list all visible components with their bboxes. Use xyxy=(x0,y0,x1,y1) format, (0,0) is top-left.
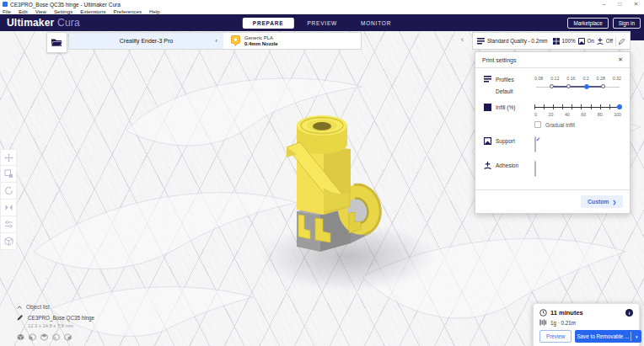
menu-item-help[interactable]: Help xyxy=(149,8,160,14)
menu-item-view[interactable]: View xyxy=(35,8,46,14)
folder-icon xyxy=(51,38,62,47)
stage-tabs: PREPARE PREVIEW MONITOR xyxy=(243,18,401,29)
profile-stop-02-selected[interactable] xyxy=(584,84,589,89)
support-row: Support xyxy=(484,137,621,152)
collapse-settings-icon[interactable]: ‹ xyxy=(461,35,464,44)
close-button[interactable]: ✕ xyxy=(628,0,644,8)
preview-button[interactable]: Preview xyxy=(539,330,572,343)
adhesion-row-icon xyxy=(484,162,491,169)
support-checkbox[interactable] xyxy=(534,136,536,152)
spool-icon xyxy=(539,319,547,326)
adhesion-state: Off xyxy=(606,38,613,44)
adhesion-checkbox[interactable] xyxy=(534,161,536,177)
machine-material-bar: Creality Ender-3 Pro ‹ Generic PLA 0.4mm… xyxy=(68,32,362,50)
sign-in-button[interactable]: Sign in xyxy=(613,18,641,29)
profiles-label: Profiles xyxy=(496,77,514,83)
profile-stop-016[interactable] xyxy=(566,84,571,88)
material-selector[interactable]: Generic PLA 0.4mm Nozzle xyxy=(223,33,361,49)
cura-window: CE3PRO_Bose QC35 hinge - Ultimaker Cura … xyxy=(0,0,644,346)
infill-row: Infill (%) 0 20 40 60 80 10 xyxy=(484,104,621,128)
infill-square-icon xyxy=(484,104,491,111)
edit-pencil-icon[interactable] xyxy=(619,38,625,45)
active-profile: Standard Quality - 0.2mm xyxy=(487,38,548,44)
menu-item-edit[interactable]: Edit xyxy=(19,8,28,14)
infill-slider-handle[interactable] xyxy=(617,104,622,109)
view-front-icon[interactable] xyxy=(29,333,36,341)
app-icon xyxy=(3,2,8,7)
tab-preview[interactable]: PREVIEW xyxy=(297,18,347,29)
pencil-icon xyxy=(17,314,24,321)
mirror-tool-button[interactable] xyxy=(0,200,17,216)
model-3d-object[interactable] xyxy=(276,107,389,258)
profiles-row: Profiles Default 0.08 0.12 0.16 0.2 0.28… xyxy=(484,76,621,94)
scale-tool-button[interactable] xyxy=(0,166,17,183)
printer-selector[interactable]: Creality Ender-3 Pro ‹ xyxy=(69,33,223,49)
profile-stop-012[interactable] xyxy=(550,84,554,88)
open-file-button[interactable] xyxy=(46,32,67,53)
tab-prepare[interactable]: PREPARE xyxy=(243,18,294,29)
material-name: Generic PLA xyxy=(244,35,278,41)
ultimaker-cura-logo: Ultimaker Cura xyxy=(7,17,80,29)
profile-slider[interactable] xyxy=(534,83,621,90)
info-icon[interactable]: i xyxy=(625,309,633,317)
collapse-left-icon[interactable]: ‹ xyxy=(215,37,217,45)
infill-icon xyxy=(553,38,560,45)
print-summary-card: 11 minutes i 1g · 0.21m Preview Save to … xyxy=(533,303,640,346)
view-3d-icon[interactable] xyxy=(17,333,24,341)
menu-bar: File Edit View Settings Extensions Prefe… xyxy=(0,8,644,14)
save-to-removable-button[interactable]: Save to Removable ... ▾ xyxy=(575,330,641,343)
menu-item-file[interactable]: File xyxy=(3,8,11,14)
adhesion-row: Adhesion xyxy=(484,162,621,177)
chevron-right-icon: ❯ xyxy=(612,200,616,205)
chevron-up-icon xyxy=(17,306,22,309)
camera-view-presets xyxy=(17,333,94,341)
adhesion-icon xyxy=(597,38,604,45)
menu-item-preferences[interactable]: Preferences xyxy=(114,8,142,14)
rotate-tool-button[interactable] xyxy=(0,183,17,200)
view-right-icon[interactable] xyxy=(64,333,72,341)
object-list-item[interactable]: CE3PRO_Bose QC35 hinge xyxy=(17,314,94,321)
adhesion-label: Adhesion xyxy=(496,162,518,168)
profile-name: Default xyxy=(496,88,534,94)
print-settings-title: Print settings xyxy=(482,57,516,63)
header-corner-fill xyxy=(631,31,644,40)
object-list-toggle[interactable]: Object list xyxy=(17,304,94,310)
tab-monitor[interactable]: MONITOR xyxy=(351,18,401,29)
support-state: On xyxy=(588,38,594,44)
gradual-infill-checkbox[interactable] xyxy=(534,121,541,128)
support-blocker-button[interactable] xyxy=(0,233,17,250)
menu-item-settings[interactable]: Settings xyxy=(54,8,72,14)
view-left-icon[interactable] xyxy=(52,333,60,341)
minimize-button[interactable]: – xyxy=(596,0,612,8)
object-list-label: Object list xyxy=(26,304,50,310)
object-dimensions: 12.3 x 14.8 x 7.8 mm xyxy=(28,323,94,328)
gradual-infill-label: Gradual infill xyxy=(545,122,575,128)
menu-item-extensions[interactable]: Extensions xyxy=(80,8,105,14)
profile-stop-028[interactable] xyxy=(601,84,605,88)
profiles-layers-icon xyxy=(484,76,491,83)
clock-icon xyxy=(539,309,547,317)
support-row-icon xyxy=(484,137,491,145)
tool-toolbar xyxy=(0,149,17,250)
object-list-panel: Object list CE3PRO_Bose QC35 hinge 12.3 … xyxy=(17,304,94,341)
chevron-down-icon[interactable]: ▾ xyxy=(631,330,641,343)
print-time: 11 minutes xyxy=(550,309,583,317)
infill-tick-labels: 0 20 40 60 80 100 xyxy=(534,112,621,117)
view-top-icon[interactable] xyxy=(40,333,48,341)
per-model-settings-button[interactable] xyxy=(0,216,17,233)
support-icon xyxy=(578,38,585,45)
move-tool-button[interactable] xyxy=(0,149,17,166)
custom-settings-button[interactable]: Custom ❯ xyxy=(581,195,623,208)
window-title: CE3PRO_Bose QC35 hinge - Ultimaker Cura xyxy=(10,2,121,8)
window-title-bar: CE3PRO_Bose QC35 hinge - Ultimaker Cura … xyxy=(0,0,644,8)
material-pin-icon xyxy=(231,35,240,46)
close-panel-icon[interactable]: ✕ xyxy=(618,56,623,63)
infill-label: Infill (%) xyxy=(496,104,515,110)
printer-name: Creality Ender-3 Pro xyxy=(120,38,173,44)
maximize-button[interactable]: □ xyxy=(612,0,628,8)
marketplace-button[interactable]: Marketplace xyxy=(567,18,608,29)
support-label: Support xyxy=(496,138,515,144)
print-settings-bar[interactable]: Standard Quality - 0.2mm 100% On Off xyxy=(472,32,631,50)
print-settings-panel: Print settings ✕ Profiles Default 0 xyxy=(475,51,631,214)
infill-slider[interactable] xyxy=(534,104,621,110)
